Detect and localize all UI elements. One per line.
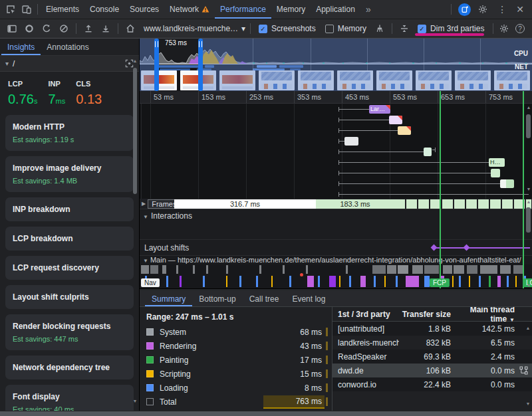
col-transfer-header[interactable]: Transfer size [399,310,451,319]
home-icon[interactable] [122,21,138,37]
insight-card[interactable]: Render blocking requests Est savings: 44… [5,314,134,350]
sidebar-tab[interactable]: Insights [1,39,41,55]
table-scrollbar[interactable]: ▲ ▼ [525,323,532,409]
horizontal-scrollbar-track[interactable] [0,411,532,416]
sidebar-tab[interactable]: Annotations [41,39,94,55]
legend-row[interactable]: Rendering 43 ms [146,339,328,353]
network-request[interactable]: H… [489,158,505,167]
col-entity-header[interactable]: 1st / 3rd party [332,310,399,319]
table-row[interactable]: dwd.de 106 kB 0.0 ms [332,364,532,377]
scroll-up-icon[interactable]: ▲ [525,199,532,205]
selection-handle-right[interactable] [198,39,203,91]
close-icon[interactable]: ✕ [513,4,527,15]
menu-kebab-icon[interactable]: ⋮ [495,4,509,15]
layout-shift-event[interactable] [431,245,438,251]
help-icon[interactable]: ? [512,21,528,37]
devtools-tab[interactable]: Console [84,0,124,19]
settings-icon[interactable] [475,1,491,17]
clear-icon[interactable] [56,21,72,37]
network-track[interactable]: Lar… H… ▲ ▼ [140,104,532,199]
scroll-down-icon[interactable]: ▼ [525,187,532,192]
scroll-down-icon[interactable]: ▼ [132,399,138,404]
table-row[interactable]: landkreis-muenchen.de1st party 832 kB 6.… [332,336,532,350]
nav-marker[interactable]: Nav [141,278,160,287]
record-icon[interactable] [21,21,37,37]
memory-checkbox[interactable]: Memory [321,24,370,33]
sidebar-scrollbar[interactable]: ▲ ▼ [132,58,138,404]
insight-card[interactable]: Layout shift culprits [5,285,134,309]
connected-device-icon[interactable] [458,3,471,16]
scroll-up-icon[interactable]: ▲ [525,326,531,331]
details-tab[interactable]: Bottom-up [192,291,242,306]
layout-shifts-track[interactable]: Layout shifts [140,240,532,256]
insight-card[interactable]: Modern HTTP Est savings: 1.19 s [5,115,134,151]
interactions-track[interactable]: ▼Interactions [140,209,532,240]
details-tab[interactable]: Event log [285,291,332,306]
collapse-icon[interactable]: ▼ [143,214,148,220]
expand-icon[interactable]: ▶ [142,201,146,207]
scrollbar-thumb[interactable] [133,68,137,194]
network-request[interactable] [500,179,514,188]
metric[interactable]: CLS 0.13 [76,80,102,107]
main-thread-flamechart[interactable]: Nav FCP LCP [140,264,532,288]
insight-card[interactable]: Network dependency tree [5,356,134,379]
network-request[interactable] [491,169,500,177]
legend-row[interactable]: Total 763 ms [146,395,328,409]
metric[interactable]: LCP 0.76s [8,80,37,107]
network-track-scrollbar[interactable]: ▲ ▼ [525,105,531,197]
garbage-collect-icon[interactable] [372,21,388,37]
devtools-tab[interactable]: Memory [271,0,311,19]
layout-shift-cluster[interactable] [434,247,530,249]
reload-record-icon[interactable] [39,21,55,37]
upload-profile-icon[interactable] [80,21,96,37]
table-row[interactable]: ReadSpeaker 69.3 kB 2.4 ms [332,350,532,364]
collapse-tracks-icon[interactable] [396,21,412,37]
timeline-overview[interactable]: 581 ms1,581 ms2,581 ms3,581 ms4,581 ms5,… [140,39,532,91]
devtools-tab[interactable]: Performance [215,0,271,19]
details-tab[interactable]: Summary [145,291,192,306]
metric[interactable]: INP 7ms [48,80,65,107]
details-tab[interactable]: Call tree [243,291,286,306]
insight-card[interactable]: LCP breakdown [5,227,134,251]
devtools-tab[interactable]: Network [164,0,215,19]
inspect-icon[interactable] [3,1,19,17]
more-tabs-icon[interactable]: » [360,4,376,15]
screenshots-checkbox[interactable]: ✓ Screenshots [255,24,320,33]
capture-settings-icon[interactable] [496,21,512,37]
network-request[interactable] [389,116,402,124]
network-request[interactable] [344,137,358,146]
insight-card[interactable]: Font display Est savings: 40 ms [5,385,134,411]
insight-card[interactable]: LCP request discovery [5,256,134,280]
table-row[interactable]: [unattributed] 1.8 kB 142.5 ms [332,322,532,336]
toggle-sidebar-icon[interactable] [4,21,20,37]
scroll-up-icon[interactable]: ▲ [132,58,138,64]
legend-row[interactable]: System 68 ms [146,325,328,339]
history-select[interactable]: www.landkreis-muenche… ▾ [140,24,246,33]
devtools-tab[interactable]: Sources [124,0,164,19]
frame-bar[interactable]: 183.3 ms [316,199,394,209]
scroll-down-icon[interactable]: ▼ [525,401,531,407]
download-profile-icon[interactable] [98,21,114,37]
insight-set-row[interactable]: ▾ / [0,56,139,72]
layout-shift-event[interactable] [464,245,470,251]
tracks-scrollbar[interactable]: ▲ ▼ [525,199,531,288]
scroll-up-icon[interactable]: ▲ [525,105,532,110]
insight-card[interactable]: Improve image delivery Est savings: 1.4 … [5,156,134,192]
devtools-tab[interactable]: Elements [41,0,84,19]
devtools-tab[interactable]: Application [311,0,360,19]
dim-3rd-parties-checkbox[interactable]: ✓ Dim 3rd parties [414,24,488,33]
fcp-marker[interactable]: FCP [430,278,450,287]
device-toolbar-icon[interactable] [19,1,35,17]
frame-bar[interactable]: 316.7 ms [174,199,316,209]
collapse-icon[interactable]: ▼ [143,258,148,264]
legend-row[interactable]: Scripting 15 ms [146,367,328,381]
scrollbar-thumb[interactable] [526,207,531,233]
insight-card[interactable]: INP breakdown [5,197,134,221]
scrollbar-thumb[interactable] [526,114,531,138]
main-thread-track-header[interactable]: ▼Main — https://www.landkreis-muenchen.d… [140,256,532,264]
legend-row[interactable]: Painting 17 ms [146,353,328,367]
frames-track[interactable]: ▶ Frames 316.7 ms 183.3 ms [140,199,532,209]
scroll-down-icon[interactable]: ▼ [525,283,532,288]
network-request[interactable] [398,126,411,135]
legend-row[interactable]: Loading 8 ms [146,381,328,395]
